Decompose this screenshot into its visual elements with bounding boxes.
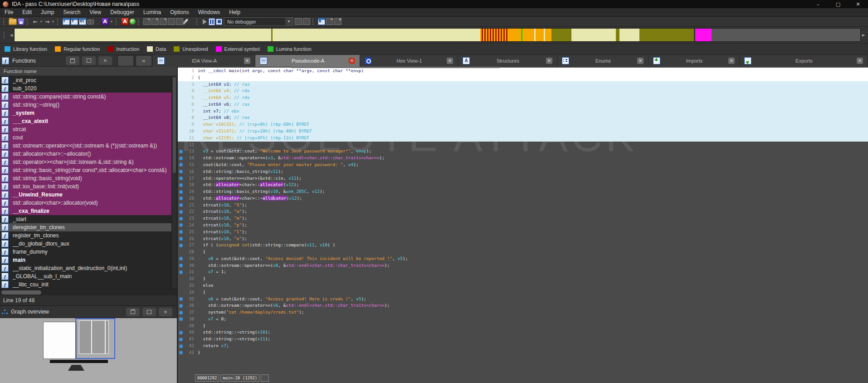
code-line-29[interactable]: 29 v8 = cout(&std::cout, "Access denied!… [178, 255, 868, 262]
code-line-36[interactable]: 36 std::ostream::operator<<(v6, &std::en… [178, 302, 868, 309]
minimize-button[interactable]: – [808, 0, 828, 8]
breakpoint-dot-icon[interactable] [179, 331, 183, 334]
function-row[interactable]: fmain [0, 256, 177, 264]
breakpoint-dot-icon[interactable] [179, 217, 183, 221]
tab-structures[interactable]: AStructures✕ [458, 55, 557, 67]
code-line-3[interactable]: 3 __int64 v3; // rax [178, 81, 868, 88]
menu-view[interactable]: View [85, 9, 106, 15]
breakpoint-dot-icon[interactable] [179, 150, 183, 153]
create-data-icon[interactable] [151, 18, 159, 25]
function-row[interactable]: fstd::string::compare(std::string const&… [0, 93, 177, 101]
graph-maximize-button[interactable] [126, 308, 140, 316]
band-grip[interactable] [4, 32, 7, 38]
tab-close-icon[interactable]: ✕ [447, 58, 453, 64]
functions-vertical-scrollbar[interactable] [171, 76, 177, 289]
tab-enums[interactable]: Enums✕ [557, 55, 649, 67]
tab-exports[interactable]: Exports✕ [740, 55, 868, 67]
menu-lumina[interactable]: Lumina [139, 9, 166, 15]
code-line-40[interactable]: 40 std::string::~string(v10); [178, 329, 868, 336]
breakpoint-dot-icon[interactable] [179, 244, 183, 247]
function-row[interactable]: fstd::string::~string() [0, 101, 177, 109]
tab-ida-view-a[interactable]: IDA View-A✕ [153, 55, 255, 67]
forward-dropdown-icon[interactable]: ▾ [51, 18, 55, 25]
code-line-1[interactable]: 1int __cdecl main(int argc, const char *… [178, 68, 868, 74]
breakpoint-dot-icon[interactable] [179, 297, 183, 301]
function-row[interactable]: f___cxa_atexit [0, 117, 177, 125]
tab-hex-view-1[interactable]: Hex View-1✕ [360, 55, 458, 67]
functions-close-button[interactable]: ✕ [98, 56, 112, 65]
hex-window-icon[interactable] [79, 18, 86, 25]
breakpoint-dot-icon[interactable] [179, 183, 183, 187]
breakpoint-dot-icon[interactable] [179, 237, 183, 241]
function-row[interactable]: fstd::operator>><char>(std::istream &,st… [0, 158, 177, 166]
breakpoint-dot-icon[interactable] [179, 223, 183, 227]
code-line-27[interactable]: 27 if ( (unsigned int)std::string::compa… [178, 242, 868, 249]
debugger-select[interactable]: No debugger▼ [224, 17, 293, 26]
breakpoint-dot-icon[interactable] [179, 264, 183, 267]
menu-jump[interactable]: Jump [36, 9, 59, 15]
code-line-7[interactable]: 7 int v7; // ebx [178, 108, 868, 115]
delete-cross-icon[interactable] [188, 18, 194, 25]
tab-close-icon[interactable]: ✕ [546, 58, 552, 64]
function-row[interactable]: f_system [0, 109, 177, 117]
function-row[interactable]: f__Unwind_Resume [0, 191, 177, 199]
code-line-31[interactable]: 31 v7 = 1; [178, 269, 868, 275]
function-row[interactable]: f_GLOBAL__sub_I_main [0, 272, 177, 280]
menu-help[interactable]: Help [224, 9, 245, 15]
dock-close-button[interactable]: ✕ [136, 56, 151, 66]
maximize-button[interactable]: ▢ [828, 0, 848, 8]
dock-restore-button[interactable] [118, 56, 133, 66]
code-line-43[interactable]: 43} [178, 349, 868, 356]
func-window-icon[interactable] [63, 18, 70, 25]
code-line-28[interactable]: 28 { [178, 249, 868, 255]
close-button[interactable]: ✕ [848, 0, 868, 8]
code-line-26[interactable]: 26 strcat(v10, "e"); [178, 236, 868, 242]
create-struct-icon[interactable] [143, 18, 151, 25]
code-line-32[interactable]: 32 } [178, 275, 868, 282]
step-into-icon[interactable] [295, 18, 302, 25]
disable-breakpoint-icon[interactable] [334, 18, 341, 25]
function-row[interactable]: fsub_1020 [0, 84, 177, 93]
tab-close-icon[interactable]: ✕ [728, 58, 735, 64]
code-line-14[interactable]: 14 std::ostream::operator<<(v3, &std::en… [178, 155, 868, 162]
code-line-35[interactable]: 35 v6 = cout(&std::cout, "Access granted… [178, 296, 868, 303]
breakpoint-dot-icon[interactable] [179, 270, 183, 274]
tab-close-icon[interactable]: ✕ [244, 58, 250, 64]
code-line-10[interactable]: 10 char v11[47]; // [rsp+20h] [rbp-40h] … [178, 128, 868, 135]
function-row[interactable]: f_init_proc [0, 76, 177, 84]
function-row[interactable]: fstd::string::basic_string(void) [0, 174, 177, 182]
trace-window-icon[interactable] [71, 18, 78, 25]
code-line-22[interactable]: 22 strcat(v10, "a"); [178, 208, 868, 215]
breakpoint-dot-icon[interactable] [179, 196, 183, 200]
code-line-5[interactable]: 5 __int64 v5; // rdx [178, 94, 868, 101]
breakpoint-dot-icon[interactable] [179, 177, 183, 180]
breakpoint-dot-icon[interactable] [179, 317, 183, 321]
functions-float-button[interactable] [82, 56, 96, 65]
menu-debugger[interactable]: Debugger [106, 9, 139, 15]
pause-icon[interactable] [209, 18, 215, 25]
add-breakpoint-icon[interactable] [326, 18, 333, 25]
function-row[interactable]: f_start [0, 215, 177, 223]
code-line-34[interactable]: 34 { [178, 289, 868, 296]
code-line-2[interactable]: 2{ [178, 74, 868, 81]
jump-arrow-icon[interactable] [95, 18, 100, 25]
function-row[interactable]: fstrcat [0, 125, 177, 133]
code-line-8[interactable]: 8 __int64 v8; // rax [178, 114, 868, 121]
band-left-arrow-icon[interactable]: ◀ [9, 33, 14, 37]
code-line-17[interactable]: 17 std::operator>><char>(&std::cin, v11)… [178, 175, 868, 182]
function-row[interactable]: f__cxa_finalize [0, 207, 177, 215]
function-row[interactable]: fstd::ostream::operator<<(std::ostream &… [0, 142, 177, 150]
menu-edit[interactable]: Edit [18, 9, 36, 15]
save-icon[interactable] [18, 18, 24, 25]
tab-close-icon[interactable]: ✕ [637, 58, 644, 64]
code-line-37[interactable]: 37 system("cat /home/deploy/creds.txt"); [178, 309, 868, 316]
names-dropdown-icon[interactable]: ▾ [110, 18, 113, 25]
patch-icon[interactable] [168, 18, 175, 25]
breakpoint-dot-icon[interactable] [179, 157, 183, 160]
function-row[interactable]: f__do_global_dtors_aux [0, 240, 177, 248]
function-row[interactable]: fstd::string::basic_string(char const*,s… [0, 166, 177, 174]
function-row[interactable]: fstd::allocator<char>::~allocator() [0, 150, 177, 158]
tab-pseudocode-a[interactable]: Pseudocode-A✕ [255, 55, 360, 67]
function-row[interactable]: fcout [0, 133, 177, 142]
problem-list-icon[interactable]: A [121, 18, 129, 25]
